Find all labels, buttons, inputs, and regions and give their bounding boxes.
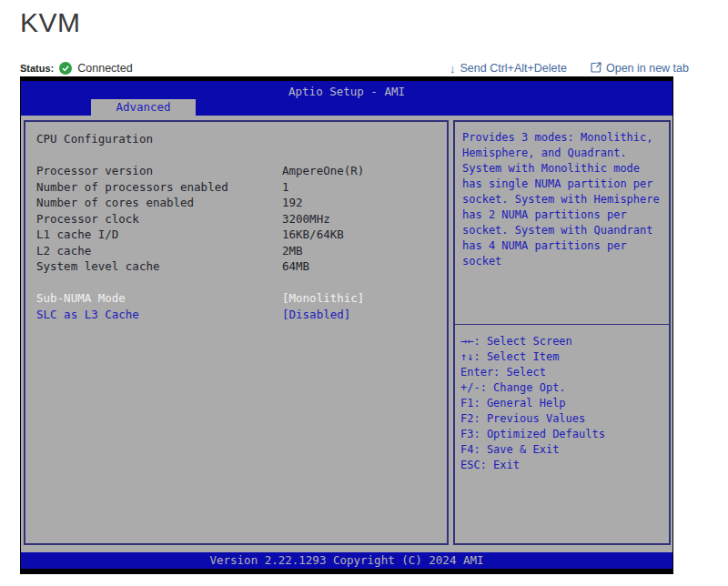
key-select-item: ↑↓: Select Item xyxy=(460,349,665,365)
bios-header-bar: Aptio Setup - AMI Advanced xyxy=(21,81,672,116)
key-esc-exit: ESC: Exit xyxy=(460,458,665,473)
key-change-opt: +/-: Change Opt. xyxy=(460,380,665,396)
info-row-l2-cache: L2 cache 2MB xyxy=(36,243,441,259)
status-value: Connected xyxy=(77,62,132,75)
send-ctrl-alt-delete-label: Send Ctrl+Alt+Delete xyxy=(460,62,567,75)
bios-content: CPU Configuration Processor version Ampe… xyxy=(21,116,672,552)
info-row-num-processors: Number of processors enabled 1 xyxy=(36,179,441,196)
key-f4-save-exit: F4: Save & Exit xyxy=(460,442,665,458)
option-sub-numa-mode[interactable]: Sub-NUMA Mode [Monolithic] xyxy=(36,290,441,307)
info-row-num-cores: Number of cores enabled 192 xyxy=(36,195,441,211)
status-label: Status: xyxy=(20,63,54,74)
info-row-system-level-cache: System level cache 64MB xyxy=(36,258,441,275)
key-select-screen: →←: Select Screen xyxy=(460,334,665,349)
open-in-new-tab-label: Open in new tab xyxy=(606,62,689,75)
key-f2-previous: F2: Previous Values xyxy=(460,411,665,427)
bios-help-panel: Provides 3 modes: Monolithic, Hemisphere… xyxy=(453,120,671,545)
open-in-new-tab-button[interactable]: Open in new tab xyxy=(591,62,689,76)
key-enter-select: Enter: Select xyxy=(460,365,665,380)
info-row-l1-cache: L1 cache I/D 16KB/64KB xyxy=(36,227,441,243)
external-link-icon xyxy=(591,62,602,76)
spacer xyxy=(36,147,441,164)
send-ctrl-alt-delete-button[interactable]: ↓ Send Ctrl+Alt+Delete xyxy=(450,62,567,75)
info-row-processor-clock: Processor clock 3200MHz xyxy=(36,211,441,227)
key-legend: →←: Select Screen ↑↓: Select Item Enter:… xyxy=(455,326,669,473)
status-bar: Status: Connected xyxy=(20,60,133,76)
page-title: KVM xyxy=(20,7,81,38)
bios-title: Aptio Setup - AMI xyxy=(21,85,672,98)
option-slc-as-l3-cache[interactable]: SLC as L3 Cache [Disabled] xyxy=(36,307,441,323)
tab-advanced[interactable]: Advanced xyxy=(91,99,196,116)
key-f1-help: F1: General Help xyxy=(460,396,665,411)
kvm-remote-screen-canvas[interactable]: Aptio Setup - AMI Advanced CPU Configura… xyxy=(20,76,673,574)
bios-settings-panel: CPU Configuration Processor version Ampe… xyxy=(24,120,449,545)
bios-version-bar: Version 2.22.1293 Copyright (C) 2024 AMI xyxy=(21,552,672,569)
key-f3-defaults: F3: Optimized Defaults xyxy=(460,427,665,442)
item-help-text: Provides 3 modes: Monolithic, Hemisphere… xyxy=(455,122,669,325)
kvm-page: KVM Status: Connected ↓ Send Ctrl+Alt+De… xyxy=(0,0,728,586)
bios-setup-screen: Aptio Setup - AMI Advanced CPU Configura… xyxy=(21,81,672,569)
section-title: CPU Configuration xyxy=(36,131,441,147)
down-arrow-icon: ↓ xyxy=(450,63,456,75)
connected-check-icon xyxy=(59,62,72,75)
kvm-actions: ↓ Send Ctrl+Alt+Delete Open in new tab xyxy=(450,60,689,76)
info-row-processor-version: Processor version AmpereOne(R) xyxy=(36,163,441,179)
spacer xyxy=(36,275,441,291)
